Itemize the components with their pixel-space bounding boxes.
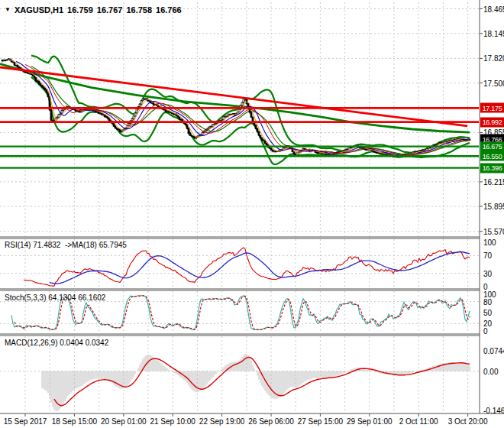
- time-axis-label: 3 Oct 20:00: [448, 417, 488, 426]
- chart-canvas[interactable]: [0, 0, 504, 428]
- price-tick-label: 18.465: [483, 5, 504, 13]
- ohlc-open: 16.759: [67, 5, 93, 15]
- time-axis-label: 20 Sep 01:00: [101, 417, 147, 426]
- chart-window: ▼ XAGUSD,H1 16.759 16.767 16.758 16.766 …: [0, 0, 504, 428]
- support-price-badge: 16.396: [480, 163, 504, 173]
- ohlc-low: 16.758: [126, 5, 152, 15]
- stoch-axis-label: 50: [483, 309, 492, 317]
- time-axis-label: 29 Sep 01:00: [347, 417, 393, 426]
- price-tick-label: 17.500: [483, 79, 504, 87]
- support-price-badge: 16.550: [480, 151, 504, 161]
- price-tick-label: 17.820: [483, 54, 504, 63]
- ohlc-high: 16.767: [97, 5, 123, 15]
- stoch-axis-label: 80: [483, 297, 492, 306]
- rsi-axis-label: 30: [483, 269, 492, 277]
- support-price-badge: 16.675: [480, 141, 504, 151]
- time-axis-label: 18 Sep 15:00: [52, 417, 98, 426]
- time-axis-label: 22 Sep 19:00: [199, 417, 245, 426]
- macd-axis-label: -0.1461: [483, 407, 504, 415]
- price-tick-label: 16.215: [483, 177, 504, 186]
- macd-axis-label: 0.00: [483, 367, 498, 375]
- triangle-down-icon[interactable]: ▼: [5, 7, 11, 13]
- price-tick-label: 15.570: [483, 227, 504, 235]
- stoch-indicator-label: Stoch(5,3,3) 64.1304 66.1602: [5, 293, 105, 302]
- time-axis-label: 15 Sep 2017: [4, 417, 47, 426]
- time-axis-label: 27 Sep 15:00: [298, 417, 344, 426]
- rsi-axis-label: 70: [483, 251, 492, 260]
- chart-title: ▼ XAGUSD,H1 16.759 16.767 16.758 16.766: [5, 5, 182, 15]
- rsi-axis-label: 100: [483, 238, 496, 247]
- time-axis-label: 2 Oct 11:00: [399, 417, 438, 426]
- time-axis-label: 26 Sep 06:00: [248, 417, 294, 426]
- rsi-indicator-label: RSI(14) 71.4832 ->MA(18) 65.7945: [5, 241, 127, 249]
- resistance-price-badge: 16.992: [480, 117, 504, 127]
- price-tick-label: 15.895: [483, 203, 504, 211]
- resistance-price-badge: 17.175: [480, 103, 504, 113]
- symbol-period-label: XAGUSD,H1: [15, 5, 63, 15]
- price-tick-label: 18.145: [483, 29, 504, 37]
- macd-indicator-label: MACD(12,26,9) 0.0404 0.0342: [5, 339, 108, 347]
- stoch-axis-label: 0: [483, 327, 488, 336]
- macd-axis-label: 0.0744: [483, 347, 504, 355]
- ohlc-close: 16.766: [156, 5, 182, 15]
- time-axis-label: 21 Sep 10:00: [150, 417, 195, 426]
